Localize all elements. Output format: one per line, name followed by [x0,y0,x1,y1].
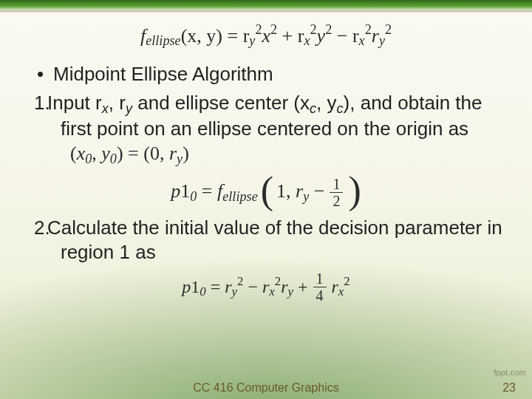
equation-p1-def-row: p10 = fellipse ( 1, ry − 1 2 ) [27,176,505,208]
fraction-half: 1 2 [330,177,343,208]
footer-title: CC 416 Computer Graphics [193,381,338,395]
step-2-number: 2. [34,216,47,240]
step-2: 2.Calculate the initial value of the dec… [27,216,505,264]
step-2-text: Calculate the initial value of the decis… [47,216,502,263]
equation-p1-value: p10 = ry2 − rx2ry + 1 4 rx2 [182,271,349,303]
fraction-quarter: 1 4 [313,271,327,303]
bullet-icon: • [37,62,53,86]
slide-top-shadow [0,10,532,13]
right-paren-icon: ) [348,174,361,207]
slide-body: fellipse(x, y) = ry2x2 + rx2y2 − rx2ry2 … [0,18,532,374]
heading-bullet: •Midpoint Ellipse Algorithm [27,62,505,86]
step-1: 1.Input rx, ry and ellipse center (xc, y… [27,91,505,167]
left-paren-icon: ( [261,174,273,207]
equation-first-point: (x0, y0) = (0, ry) [61,143,189,164]
equation-p1-def: p10 = fellipse ( 1, ry − 1 2 ) [171,176,361,208]
step-1-number: 1. [34,91,47,115]
watermark: fppt.com [494,368,526,377]
slide-top-accent [0,0,532,10]
page-number: 23 [502,381,516,395]
equation-p1-value-row: p10 = ry2 − rx2ry + 1 4 rx2 [27,271,505,303]
equation-ellipse-def: fellipse(x, y) = ry2x2 + rx2y2 − rx2ry2 [27,22,505,49]
slide-footer: CC 416 Computer Graphics [0,377,532,399]
heading-text: Midpoint Ellipse Algorithm [53,63,273,85]
